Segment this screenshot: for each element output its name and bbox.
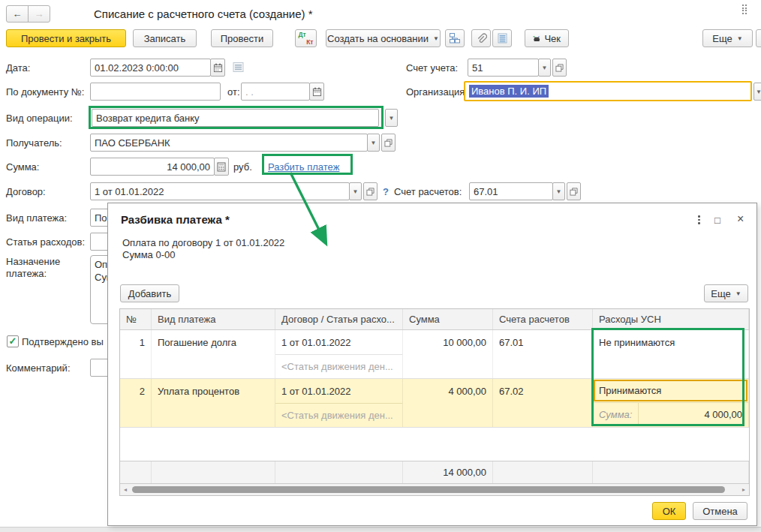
nav-forward-button[interactable]: →: [28, 5, 50, 23]
amount-calculator-button[interactable]: [214, 158, 229, 176]
operation-kind-label: Вид операции:: [6, 109, 73, 127]
usn-sum-value[interactable]: 4 000,00: [638, 403, 748, 426]
maximize-icon[interactable]: □: [714, 211, 720, 229]
col-header-usn[interactable]: Расходы УСН: [593, 309, 749, 329]
chevron-down-icon: ▼: [353, 188, 359, 195]
more-button[interactable]: Еще▼: [702, 29, 753, 47]
organization-dropdown[interactable]: ▼: [753, 83, 761, 101]
row-contract: 1 от 01.01.2022: [275, 379, 402, 403]
chevron-down-icon: ▼: [556, 188, 562, 195]
contract-input[interactable]: 1 от 01.01.2022: [90, 182, 350, 200]
total-amount: 14 000,00: [403, 461, 493, 483]
chevron-down-icon: ▼: [756, 89, 761, 95]
settlement-account-input[interactable]: 67.01: [469, 182, 553, 200]
payment-list-icon[interactable]: [233, 62, 244, 73]
col-header-amount[interactable]: Сумма: [403, 309, 493, 329]
check-icon: ✓: [9, 336, 17, 346]
forward-arrow-icon: →: [35, 8, 44, 20]
col-header-num[interactable]: №: [120, 309, 152, 329]
usn-selected-cell[interactable]: Принимаются: [594, 380, 747, 401]
organization-input[interactable]: Иванов П. И. ИП: [464, 81, 752, 101]
doc-number-label: По документу №:: [6, 83, 84, 101]
currency-label: руб.: [233, 158, 252, 176]
dialog-subtitle-2: Сумма 0-00: [122, 245, 175, 263]
account-dropdown[interactable]: ▼: [538, 59, 551, 77]
amount-input[interactable]: 14 000,00: [90, 158, 215, 176]
split-table: № Вид платежа Договор / Статья расхо... …: [119, 308, 750, 496]
horizontal-scrollbar[interactable]: ◂ ▸: [120, 484, 749, 495]
account-open-button[interactable]: [552, 59, 567, 77]
structure-button[interactable]: [445, 29, 465, 47]
dialog-title: Разбивка платежа *: [121, 210, 230, 228]
date-input[interactable]: 01.02.2023 0:00:00: [90, 59, 211, 77]
confirmed-checkbox[interactable]: ✓: [7, 335, 19, 347]
row-usn: Не принимаются: [599, 330, 742, 354]
operation-kind-dropdown[interactable]: ▼: [385, 109, 398, 127]
chevron-down-icon: ▼: [542, 65, 548, 71]
table-total-row: 14 000,00: [120, 461, 749, 484]
payee-open-button[interactable]: [381, 134, 396, 152]
contract-label: Договор:: [6, 182, 46, 200]
row-amount: 4 000,00: [409, 379, 486, 403]
reports-button[interactable]: [492, 29, 512, 47]
payee-label: Получатель:: [6, 134, 62, 152]
scroll-right-icon[interactable]: ▸: [738, 486, 749, 493]
window-menu-icon[interactable]: [742, 5, 747, 14]
chevron-down-icon: ▼: [389, 115, 395, 122]
payment-kind-label: Вид платежа:: [6, 209, 67, 227]
ok-button[interactable]: ОК: [652, 502, 686, 520]
cash-register-icon: [533, 34, 540, 44]
scroll-left-icon[interactable]: ◂: [120, 486, 131, 493]
col-header-account[interactable]: Счета расчетов: [493, 309, 593, 329]
page-title: Списание с расчетного счета (создание) *: [94, 5, 313, 23]
table-empty-area: [120, 428, 749, 461]
post-button[interactable]: Провести: [211, 29, 273, 47]
post-and-close-button[interactable]: Провести и закрыть: [6, 29, 126, 47]
date-calendar-button[interactable]: [210, 59, 225, 77]
dialog-menu-icon[interactable]: [698, 215, 700, 224]
table-row[interactable]: 1 Погашение долга 1 от 01.01.2022<Статья…: [120, 330, 749, 379]
operation-kind-input[interactable]: Возврат кредита банку: [92, 109, 379, 127]
close-icon[interactable]: ×: [737, 210, 744, 228]
contract-dropdown[interactable]: ▼: [349, 182, 362, 200]
chevron-down-icon: ▼: [433, 35, 439, 42]
scrollbar-thumb[interactable]: [132, 486, 725, 493]
row-contract: 1 от 01.01.2022: [275, 330, 402, 354]
doc-from-date-input[interactable]: . .: [241, 83, 310, 101]
check-button[interactable]: Чек: [525, 29, 569, 47]
create-based-on-button[interactable]: Создать на основании▼: [326, 29, 441, 47]
split-payment-link[interactable]: Разбить платеж: [268, 158, 339, 176]
dtkt-button[interactable]: Дт Кт: [295, 29, 317, 47]
dtkt-icon: Дт Кт: [299, 32, 314, 45]
row-amount: 10 000,00: [409, 330, 486, 354]
settlement-account-dropdown[interactable]: ▼: [552, 182, 565, 200]
open-icon: [555, 64, 564, 72]
organization-label: Организация:: [406, 83, 468, 101]
purpose-label-line2: платежа:: [6, 264, 47, 282]
toolbar-overflow-button[interactable]: [756, 29, 761, 47]
settlement-account-open-button[interactable]: [567, 182, 581, 200]
account-label: Счет учета:: [406, 59, 458, 77]
attachments-button[interactable]: [471, 29, 491, 47]
doc-from-calendar-button[interactable]: [309, 83, 324, 101]
amount-label: Сумма:: [6, 158, 39, 176]
table-row[interactable]: 2 Уплата процентов 1 от 01.01.2022<Стать…: [120, 379, 749, 428]
payee-dropdown[interactable]: ▼: [367, 134, 380, 152]
payee-input[interactable]: ПАО СБЕРБАНК: [90, 134, 368, 152]
add-button[interactable]: Добавить: [120, 284, 179, 302]
date-label: Дата:: [6, 59, 30, 77]
dialog-more-button[interactable]: Еще▼: [704, 284, 748, 302]
doc-number-input[interactable]: [90, 83, 221, 101]
settlement-account-label: Счет расчетов:: [394, 182, 462, 200]
help-icon[interactable]: ?: [383, 182, 389, 200]
calendar-icon: [312, 87, 322, 97]
contract-open-button[interactable]: [363, 182, 377, 200]
col-header-contract[interactable]: Договор / Статья расхо...: [275, 309, 403, 329]
save-button[interactable]: Записать: [133, 29, 197, 47]
account-input[interactable]: 51: [468, 59, 539, 77]
col-header-kind[interactable]: Вид платежа: [152, 309, 275, 329]
cancel-button[interactable]: Отмена: [693, 502, 747, 520]
selected-text: Иванов П. И. ИП: [469, 85, 549, 98]
bottom-status-strip: [0, 527, 761, 532]
nav-back-button[interactable]: ←: [6, 5, 29, 23]
